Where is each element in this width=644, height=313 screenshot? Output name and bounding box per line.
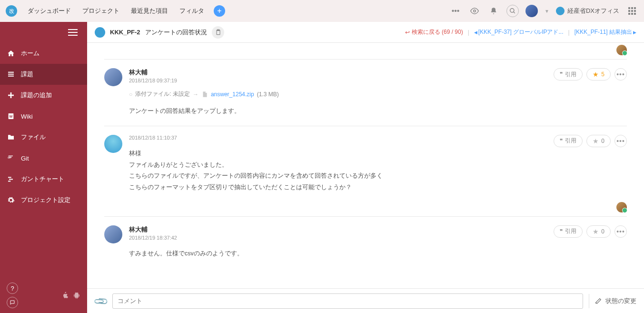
prev-issue-label: [KKK_PF-37] グローバルIPアド...: [478, 28, 564, 36]
quote-icon: ❞: [560, 71, 563, 78]
chevron-down-icon[interactable]: ▼: [545, 9, 549, 14]
svg-line-2: [514, 12, 515, 13]
sidebar-item-gantt[interactable]: ガントチャート: [0, 169, 87, 190]
comment: 林大輔 2018/12/18 09:37:19 ○ 添付ファイル: 未設定 → …: [104, 59, 627, 126]
plus-icon: [7, 91, 15, 100]
sidebar-item-label: ファイル: [21, 133, 46, 141]
clipboard-icon[interactable]: [212, 26, 224, 39]
bell-icon[interactable]: [487, 5, 500, 17]
quote-button[interactable]: ❞引用: [554, 135, 583, 147]
comment-author[interactable]: 林大輔: [129, 225, 547, 234]
next-issue-link[interactable]: [KKK_PF-11] 結果抽出 ▶: [575, 28, 636, 36]
separator: |: [468, 29, 469, 36]
star-button[interactable]: ★0: [586, 225, 611, 238]
sidebar: ホーム 課題 課題の追加 W Wiki ファイル GIT Git ガントチャート…: [0, 22, 87, 313]
issue-title: アンケートの回答状況: [145, 28, 207, 37]
star-icon: ★: [593, 71, 599, 78]
org-switcher[interactable]: 経産省DXオフィス: [556, 7, 619, 15]
star-icon: ★: [593, 137, 599, 145]
more-icon[interactable]: •••: [614, 135, 627, 147]
sidebar-item-label: ホーム: [21, 49, 40, 58]
apple-icon[interactable]: [61, 292, 69, 299]
org-logo: [556, 7, 565, 15]
org-name-label: 経産省DXオフィス: [567, 7, 619, 15]
app-logo[interactable]: 改: [6, 5, 17, 17]
read-avatar: [616, 45, 627, 55]
sidebar-item-settings[interactable]: プロジェクト設定: [0, 190, 87, 211]
home-icon: [7, 49, 15, 58]
sidebar-item-wiki[interactable]: W Wiki: [0, 106, 87, 127]
add-button[interactable]: +: [214, 5, 225, 17]
comment-author[interactable]: 林大輔: [129, 68, 547, 77]
quote-button[interactable]: ❞引用: [554, 225, 583, 238]
quote-icon: ❞: [560, 228, 563, 235]
sidebar-item-issues[interactable]: 課題: [0, 64, 87, 85]
separator: [589, 294, 589, 308]
svg-rect-3: [8, 72, 14, 73]
attach-icon[interactable]: 📎: [92, 293, 109, 309]
sidebar-item-git[interactable]: GIT Git: [0, 148, 87, 169]
comment: 2018/12/18 11:10:37 林様 ファイルありがとうございました。 …: [104, 126, 627, 202]
comment: 林大輔 2018/12/19 18:37:42 すみません。仕様でcsvのみのよ…: [104, 216, 627, 268]
search-icon[interactable]: [506, 5, 519, 17]
bullet-icon: ○: [129, 91, 132, 98]
topbar: 改 ダッシュボード プロジェクト 最近見た項目 フィルタ + ••• ▼ 経産省…: [0, 0, 644, 22]
sidebar-item-add-issue[interactable]: 課題の追加: [0, 85, 87, 106]
triangle-left-icon: ◀: [474, 30, 477, 35]
edit-icon: [595, 298, 602, 304]
arrow-right-icon: →: [193, 91, 198, 98]
comment-body: アンケートの回答結果をアップします。: [129, 106, 547, 117]
svg-rect-12: [9, 157, 12, 157]
apps-icon[interactable]: [626, 5, 638, 17]
star-icon: ★: [593, 228, 599, 235]
gear-icon: [7, 196, 15, 204]
sidebar-item-label: ガントチャート: [21, 175, 64, 183]
star-button[interactable]: ★0: [586, 135, 611, 147]
comment-time: 2018/12/18 09:37:19: [129, 78, 547, 83]
chat-icon[interactable]: [7, 297, 18, 308]
android-icon[interactable]: [73, 292, 80, 299]
nav-recent[interactable]: 最近見た項目: [126, 4, 173, 18]
git-icon: GIT: [7, 154, 15, 162]
svg-point-0: [474, 10, 476, 12]
attach-file-link[interactable]: answer_1254.zip: [211, 91, 254, 98]
comment-input[interactable]: [112, 293, 583, 309]
nav-project[interactable]: プロジェクト: [78, 4, 124, 18]
more-icon[interactable]: •••: [449, 5, 462, 17]
comment-body: すみません。仕様でcsvのみのようです。: [129, 248, 547, 260]
sidebar-item-label: Wiki: [21, 113, 33, 120]
user-avatar[interactable]: [525, 5, 538, 17]
svg-rect-13: [8, 177, 11, 178]
quote-button[interactable]: ❞引用: [554, 68, 583, 81]
nav-filter[interactable]: フィルタ: [175, 4, 209, 18]
attach-label: 添付ファイル: 未設定: [135, 90, 190, 98]
project-logo: [95, 27, 105, 38]
star-button[interactable]: ★5: [586, 68, 611, 81]
more-icon[interactable]: •••: [614, 68, 627, 81]
sidebar-item-label: 課題の追加: [21, 91, 52, 100]
prev-issue-link[interactable]: ◀ [KKK_PF-37] グローバルIPアド...: [474, 28, 564, 36]
svg-rect-4: [8, 74, 14, 75]
issue-header: KKK_PF-2 アンケートの回答状況 ↩ 検索に戻る (69 / 90) | …: [87, 22, 644, 43]
sidebar-toggle[interactable]: [0, 22, 87, 43]
comment-avatar: [104, 135, 122, 153]
svg-text:W: W: [10, 114, 13, 119]
file-icon: [201, 91, 208, 98]
more-icon[interactable]: •••: [614, 225, 627, 238]
svg-rect-15: [8, 181, 10, 182]
help-icon[interactable]: ?: [7, 283, 18, 294]
svg-rect-14: [9, 179, 13, 180]
triangle-right-icon: ▶: [633, 30, 636, 35]
nav-dashboard[interactable]: ダッシュボード: [23, 4, 76, 18]
footer: 📎 状態の変更: [87, 288, 644, 313]
read-avatar: [616, 202, 627, 212]
svg-rect-11: [9, 156, 13, 156]
back-to-search[interactable]: ↩ 検索に戻る (69 / 90): [405, 28, 463, 36]
watch-icon[interactable]: [468, 5, 481, 17]
sidebar-item-files[interactable]: ファイル: [0, 127, 87, 148]
sidebar-item-home[interactable]: ホーム: [0, 43, 87, 64]
change-status-button[interactable]: 状態の変更: [595, 297, 636, 305]
separator: |: [568, 29, 570, 36]
comment-attachment: ○ 添付ファイル: 未設定 → answer_1254.zip (1.3 MB): [129, 90, 547, 98]
issue-key[interactable]: KKK_PF-2: [110, 29, 140, 36]
